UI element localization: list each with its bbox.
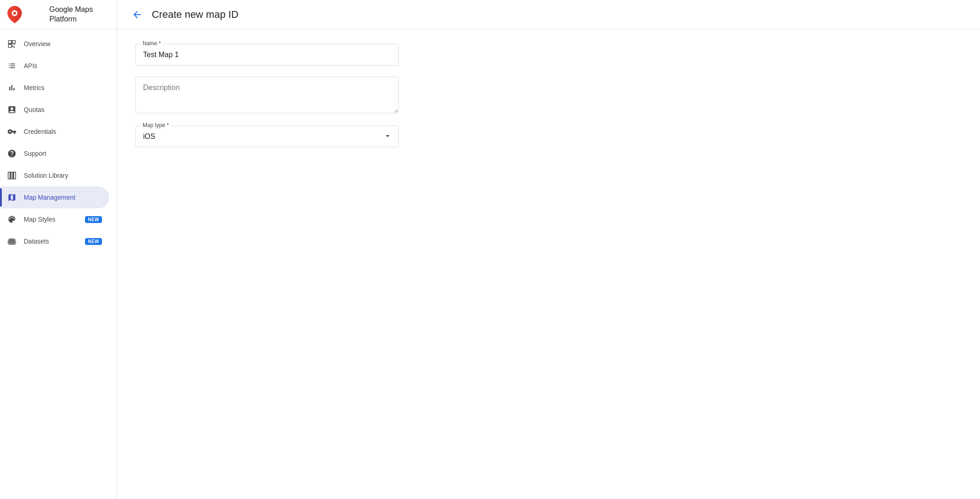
quotas-icon: [7, 105, 16, 114]
sidebar-item-metrics[interactable]: Metrics: [0, 77, 109, 99]
solution-library-icon: [7, 171, 16, 180]
overview-icon: [7, 39, 16, 48]
datasets-icon: [7, 237, 16, 246]
sidebar-item-support[interactable]: Support: [0, 143, 109, 165]
description-field: [135, 77, 510, 115]
map-type-select-wrapper: JavaScript Android iOS: [135, 126, 399, 147]
sidebar-item-map-management[interactable]: Map Management: [0, 186, 109, 208]
sidebar-item-apis-label: APIs: [24, 62, 102, 69]
map-type-select[interactable]: JavaScript Android iOS: [135, 126, 399, 147]
sidebar-item-datasets[interactable]: Datasets NEW: [0, 230, 109, 252]
page-title: Create new map ID: [152, 9, 239, 21]
map-type-field: Map type * JavaScript Android iOS: [135, 126, 510, 147]
sidebar-item-metrics-label: Metrics: [24, 84, 102, 91]
description-textarea[interactable]: [135, 77, 399, 113]
main-content: Create new map ID Name * Map type * Java…: [117, 0, 980, 499]
sidebar-item-credentials-label: Credentials: [24, 128, 102, 135]
sidebar-item-quotas[interactable]: Quotas: [0, 99, 109, 121]
sidebar-item-solution-library[interactable]: Solution Library: [0, 165, 109, 186]
name-input[interactable]: [135, 44, 399, 66]
map-type-label: Map type *: [141, 122, 170, 128]
back-button[interactable]: [128, 5, 146, 24]
svg-point-2: [13, 11, 16, 14]
form-area: Name * Map type * JavaScript Android iOS: [117, 29, 528, 173]
map-styles-new-badge: NEW: [85, 216, 102, 223]
sidebar-item-overview-label: Overview: [24, 40, 102, 48]
google-maps-pin-logo: [7, 6, 22, 23]
sidebar-item-datasets-label: Datasets: [24, 238, 78, 245]
name-field: Name *: [135, 44, 510, 66]
sidebar-header: Google Maps Platform: [0, 0, 117, 29]
apis-icon: [7, 61, 16, 70]
sidebar-item-map-styles-label: Map Styles: [24, 216, 78, 223]
svg-rect-6: [8, 172, 10, 179]
map-management-icon: [7, 193, 16, 202]
sidebar-item-apis[interactable]: APIs: [0, 55, 109, 77]
back-arrow-icon: [132, 9, 143, 20]
main-header: Create new map ID: [117, 0, 980, 29]
name-label: Name *: [141, 40, 163, 47]
sidebar-item-quotas-label: Quotas: [24, 106, 102, 113]
sidebar-item-support-label: Support: [24, 150, 102, 157]
support-icon: [7, 149, 16, 158]
datasets-new-badge: NEW: [85, 238, 102, 245]
sidebar-item-solution-library-label: Solution Library: [24, 172, 102, 179]
nav-list: Overview APIs Metrics Quotas: [0, 29, 117, 256]
sidebar-item-map-management-label: Map Management: [24, 194, 102, 201]
sidebar-item-credentials[interactable]: Credentials: [0, 121, 109, 143]
credentials-icon: [7, 127, 16, 136]
sidebar-item-map-styles[interactable]: Map Styles NEW: [0, 208, 109, 230]
sidebar-item-overview[interactable]: Overview: [0, 33, 109, 55]
map-styles-icon: [7, 215, 16, 224]
app-title: Google Maps Platform: [49, 5, 109, 24]
svg-rect-8: [14, 172, 16, 179]
metrics-icon: [7, 83, 16, 92]
sidebar: Google Maps Platform Overview APIs Metri…: [0, 0, 117, 499]
